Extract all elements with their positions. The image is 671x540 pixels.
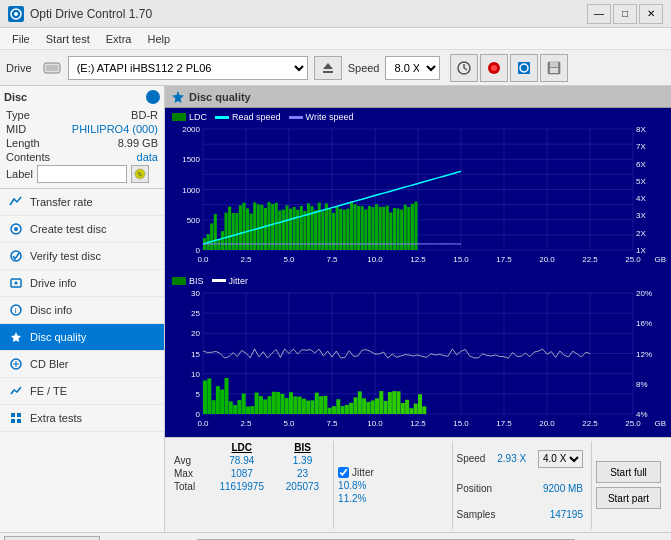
svg-point-1	[14, 12, 18, 16]
toolbar-btn-1[interactable]	[450, 54, 478, 82]
disc-type-label: Type	[6, 109, 30, 121]
nav-item-extra-tests[interactable]: Extra tests	[0, 405, 164, 432]
drivebar: Drive (E:) ATAPI iHBS112 2 PL06 Speed 8.…	[0, 50, 671, 86]
menu-start-test[interactable]: Start test	[38, 31, 98, 47]
speed-stat-select[interactable]: 4.0 X 8.0 X 2.0 X	[538, 450, 583, 468]
status-window-button[interactable]: Status window > >	[4, 536, 100, 541]
svg-rect-15	[550, 68, 558, 73]
create-test-disc-icon	[8, 221, 24, 237]
titlebar: Opti Drive Control 1.70 — □ ✕	[0, 0, 671, 28]
menu-file[interactable]: File	[4, 31, 38, 47]
svg-rect-29	[11, 413, 15, 417]
extra-tests-icon	[8, 410, 24, 426]
svg-line-8	[464, 68, 467, 70]
drive-select[interactable]: (E:) ATAPI iHBS112 2 PL06	[68, 56, 308, 80]
stats-avg-row: Avg 78.94 1.39	[171, 454, 329, 467]
nav-items: Transfer rate Create test disc Verify te…	[0, 189, 164, 432]
max-label: Max	[171, 467, 208, 480]
toolbar-btn-save[interactable]	[540, 54, 568, 82]
svg-point-10	[491, 65, 497, 71]
nav-item-drive-info-label: Drive info	[30, 277, 76, 289]
disc-contents-row: Contents data	[4, 150, 160, 164]
nav-item-transfer-rate[interactable]: Transfer rate	[0, 189, 164, 216]
svg-rect-32	[17, 419, 21, 423]
total-label: Total	[171, 480, 208, 493]
jitter-checkbox[interactable]	[338, 467, 349, 478]
speed-label: Speed	[348, 62, 380, 74]
drive-info-icon	[8, 275, 24, 291]
nav-item-disc-info[interactable]: i Disc info	[0, 297, 164, 324]
start-part-button[interactable]: Start part	[596, 487, 661, 509]
ldc-legend-color	[172, 113, 186, 121]
drive-label: Drive	[6, 62, 32, 74]
app-title: Opti Drive Control 1.70	[30, 7, 152, 21]
nav-item-cd-bler[interactable]: CD Bler	[0, 351, 164, 378]
nav-item-drive-info[interactable]: Drive info	[0, 270, 164, 297]
nav-item-disc-quality[interactable]: Disc quality	[0, 324, 164, 351]
svg-point-22	[15, 282, 18, 285]
jitter-avg: 10.8%	[338, 480, 366, 491]
toolbar-btn-2[interactable]	[480, 54, 508, 82]
read-speed-legend-color	[215, 116, 229, 119]
disc-type-row: Type BD-R	[4, 108, 160, 122]
nav-item-verify-test-disc[interactable]: Verify test disc	[0, 243, 164, 270]
toolbar-buttons	[450, 54, 568, 82]
toolbar-btn-3[interactable]	[510, 54, 538, 82]
disc-contents-label: Contents	[6, 151, 50, 163]
nav-item-transfer-rate-label: Transfer rate	[30, 196, 93, 208]
svg-rect-31	[11, 419, 15, 423]
speed-select[interactable]: 8.0 X 4.0 X 2.0 X Max	[385, 56, 440, 80]
upper-chart-canvas	[168, 124, 668, 268]
bis-legend-label: BIS	[189, 276, 204, 286]
ldc-header: LDC	[208, 441, 276, 454]
disc-mid-row: MID PHILIPRO4 (000)	[4, 122, 160, 136]
disc-section-title: Disc	[4, 91, 27, 103]
svg-rect-5	[323, 71, 333, 73]
verify-test-disc-icon	[8, 248, 24, 264]
nav-item-create-test-disc[interactable]: Create test disc	[0, 216, 164, 243]
drive-icon	[42, 58, 62, 78]
svg-marker-33	[172, 91, 184, 103]
samples-value: 147195	[550, 509, 583, 520]
disc-mid-value: PHILIPRO4 (000)	[72, 123, 158, 135]
avg-label: Avg	[171, 454, 208, 467]
stats-max-row: Max 1087 23	[171, 467, 329, 480]
write-speed-legend-color	[289, 116, 303, 119]
eject-button[interactable]	[314, 56, 342, 80]
chart-header: Disc quality	[165, 86, 671, 108]
menu-help[interactable]: Help	[139, 31, 178, 47]
svg-text:✎: ✎	[137, 171, 143, 178]
titlebar-left: Opti Drive Control 1.70	[8, 6, 152, 22]
main-area: Disc Type BD-R MID PHILIPRO4 (000) Lengt…	[0, 86, 671, 532]
svg-point-20	[11, 251, 21, 261]
speed-stat-value: 2.93 X	[497, 453, 526, 464]
disc-mid-label: MID	[6, 123, 26, 135]
disc-type-value: BD-R	[131, 109, 158, 121]
disc-quality-icon	[8, 329, 24, 345]
disc-length-value: 8.99 GB	[118, 137, 158, 149]
ldc-max: 1087	[208, 467, 276, 480]
minimize-button[interactable]: —	[587, 4, 611, 24]
stats-total-row: Total 11619975 205073	[171, 480, 329, 493]
disc-label-input[interactable]	[37, 165, 127, 183]
start-full-button[interactable]: Start full	[596, 461, 661, 483]
nav-item-fe-te[interactable]: FE / TE	[0, 378, 164, 405]
disc-label-icon-button[interactable]: ✎	[131, 165, 149, 183]
bis-legend-color	[172, 277, 186, 285]
maximize-button[interactable]: □	[613, 4, 637, 24]
menu-extra[interactable]: Extra	[98, 31, 140, 47]
content-area: Disc quality LDC Read speed	[165, 86, 671, 532]
jitter-label: Jitter	[352, 467, 374, 478]
bis-avg: 1.39	[276, 454, 329, 467]
disc-length-label: Length	[6, 137, 40, 149]
ldc-legend-label: LDC	[189, 112, 207, 122]
nav-item-create-test-disc-label: Create test disc	[30, 223, 106, 235]
disc-length-row: Length 8.99 GB	[4, 136, 160, 150]
disc-info-icon: i	[8, 302, 24, 318]
cd-bler-icon	[8, 356, 24, 372]
ldc-total: 11619975	[208, 480, 276, 493]
chart-title: Disc quality	[189, 91, 251, 103]
position-value: 9200 MB	[543, 483, 583, 494]
samples-label: Samples	[457, 509, 496, 520]
close-button[interactable]: ✕	[639, 4, 663, 24]
